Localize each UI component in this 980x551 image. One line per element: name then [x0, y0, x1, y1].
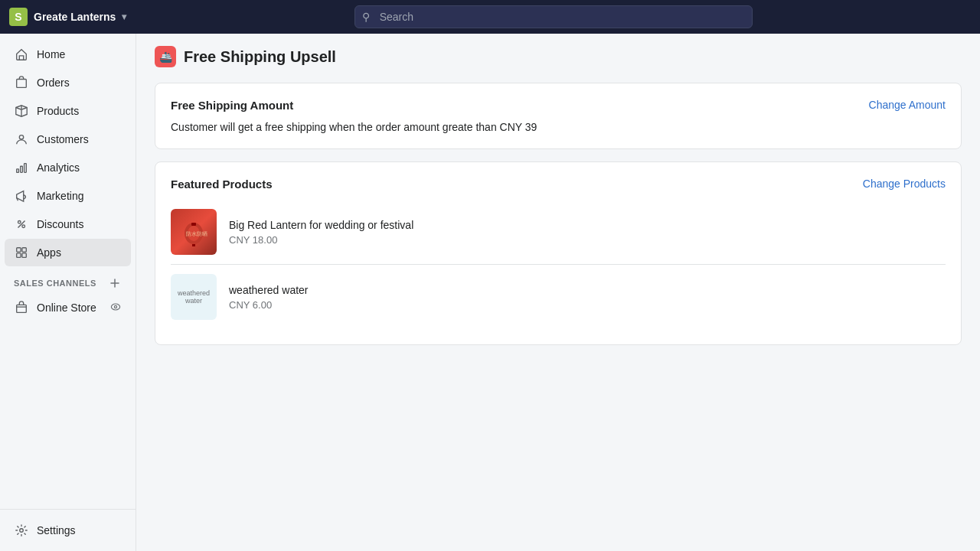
analytics-icon	[14, 160, 29, 175]
sidebar-item-label: Orders	[37, 77, 70, 89]
featured-products-title: Featured Products	[171, 178, 273, 191]
sidebar-item-online-store[interactable]: Online Store	[5, 294, 131, 321]
sidebar-item-label: Home	[37, 48, 65, 60]
apps-icon	[14, 245, 29, 260]
free-shipping-card: Free Shipping Amount Change Amount Custo…	[155, 83, 962, 149]
app-icon: 🚢	[155, 46, 176, 67]
svg-point-13	[114, 305, 116, 308]
svg-rect-9	[17, 253, 21, 257]
sidebar-item-home[interactable]: Home	[5, 41, 131, 68]
change-amount-link[interactable]: Change Amount	[869, 99, 946, 111]
discounts-icon	[14, 217, 29, 232]
sales-channels-label: SALES CHANNELS	[14, 279, 96, 288]
featured-products-card: Featured Products Change Products 防水防晒 B…	[155, 161, 962, 345]
search-icon: ⚲	[362, 11, 370, 23]
products-icon	[14, 103, 29, 119]
svg-rect-16	[191, 223, 196, 226]
svg-point-12	[111, 304, 119, 310]
settings-icon	[14, 523, 29, 538]
product-info: Big Red Lantern for wedding or festival …	[229, 219, 946, 246]
product-name: Big Red Lantern for wedding or festival	[229, 219, 946, 231]
svg-rect-11	[17, 305, 27, 312]
svg-rect-0	[17, 80, 27, 88]
svg-rect-7	[17, 248, 21, 252]
svg-point-1	[19, 135, 23, 139]
sidebar-item-label: Customers	[37, 133, 89, 145]
orders-icon	[14, 75, 29, 90]
sidebar-item-label: Apps	[37, 246, 61, 259]
product-item: 防水防晒 Big Red Lantern for wedding or fest…	[171, 200, 946, 265]
online-store-label: Online Store	[37, 302, 96, 314]
product-info: weathered water CNY 6.00	[229, 284, 946, 311]
free-shipping-description: Customer will get a free shipping when t…	[171, 121, 946, 133]
svg-rect-18	[192, 244, 195, 246]
home-icon	[14, 47, 29, 62]
search-bar: ⚲	[354, 5, 753, 28]
customers-icon	[14, 132, 29, 147]
sidebar-item-analytics[interactable]: Analytics	[5, 154, 131, 181]
product-item: weathered water weathered water CNY 6.00	[171, 265, 946, 329]
product-price: CNY 18.00	[229, 234, 946, 246]
sidebar-item-customers[interactable]: Customers	[5, 126, 131, 153]
free-shipping-title: Free Shipping Amount	[171, 99, 293, 112]
sidebar: Home Orders Products Custo	[0, 34, 136, 551]
page-title: Free Shipping Upsell	[184, 48, 336, 66]
svg-rect-4	[24, 164, 27, 173]
add-sales-channel-button[interactable]	[108, 276, 122, 290]
svg-point-14	[20, 529, 24, 533]
sidebar-bottom: Settings	[0, 509, 136, 551]
online-store-icon	[14, 300, 29, 315]
sidebar-item-label: Analytics	[37, 161, 80, 174]
page-header: 🚢 Free Shipping Upsell	[155, 46, 962, 67]
featured-products-header: Featured Products Change Products	[171, 178, 946, 191]
brand-name: Greate Lanterns	[34, 11, 116, 23]
svg-rect-10	[22, 253, 26, 257]
sidebar-item-products[interactable]: Products	[5, 97, 131, 125]
shopify-logo-icon: S	[9, 8, 28, 26]
sidebar-item-label: Settings	[37, 524, 76, 536]
svg-rect-2	[17, 169, 19, 173]
product-name: weathered water	[229, 284, 946, 296]
free-shipping-header: Free Shipping Amount Change Amount	[171, 99, 946, 112]
eye-icon[interactable]	[109, 301, 122, 315]
product-thumbnail: weathered water	[171, 274, 217, 320]
product-price: CNY 6.00	[229, 299, 946, 311]
sidebar-item-marketing[interactable]: Marketing	[5, 182, 131, 210]
svg-rect-3	[21, 166, 23, 172]
change-products-link[interactable]: Change Products	[863, 178, 946, 190]
sidebar-item-label: Products	[37, 105, 79, 117]
svg-text:防水防晒: 防水防晒	[186, 231, 207, 236]
sidebar-item-discounts[interactable]: Discounts	[5, 210, 131, 238]
sidebar-item-orders[interactable]: Orders	[5, 69, 131, 96]
product-thumbnail: 防水防晒	[171, 209, 217, 255]
svg-point-5	[18, 221, 21, 224]
svg-rect-8	[22, 248, 26, 252]
sidebar-item-settings[interactable]: Settings	[5, 517, 131, 544]
brand-chevron-icon: ▾	[122, 11, 126, 22]
sidebar-item-label: Marketing	[37, 190, 83, 202]
sidebar-item-label: Discounts	[37, 218, 83, 230]
main-content: 🚢 Free Shipping Upsell Free Shipping Amo…	[136, 34, 980, 551]
topbar: S Greate Lanterns ▾ ⚲	[0, 0, 980, 34]
marketing-icon	[14, 188, 29, 204]
search-input[interactable]	[354, 5, 753, 28]
brand-selector[interactable]: S Greate Lanterns ▾	[9, 8, 126, 26]
sales-channels-section: SALES CHANNELS	[5, 267, 131, 293]
sidebar-item-apps[interactable]: Apps	[5, 239, 131, 266]
svg-point-6	[22, 225, 25, 228]
